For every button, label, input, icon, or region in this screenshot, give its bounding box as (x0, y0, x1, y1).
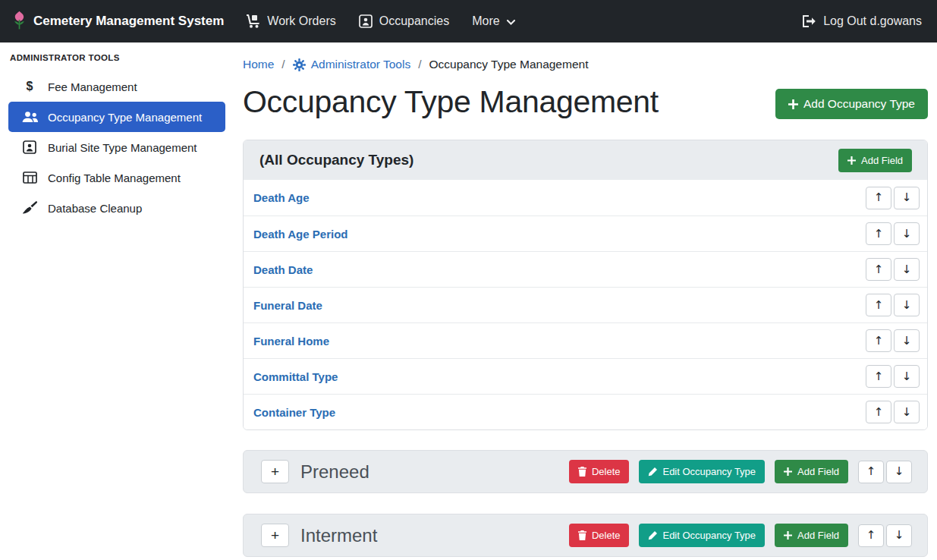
breadcrumb-current: Occupancy Type Management (429, 58, 589, 71)
move-down-button[interactable]: ↓ (894, 329, 920, 352)
field-link[interactable]: Death Age (253, 191, 310, 204)
person-frame-icon (21, 140, 38, 154)
nav-more[interactable]: More (461, 0, 526, 42)
move-down-button[interactable]: ↓ (894, 294, 920, 316)
field-link[interactable]: Funeral Date (253, 299, 322, 312)
occupancy-type-name: Preneed (300, 461, 569, 483)
reorder-controls: ↑ ↓ (866, 365, 920, 388)
main-content: Home / Ad (234, 42, 937, 560)
table-icon (21, 171, 38, 184)
edit-occupancy-type-button[interactable]: Edit Occupancy Type (639, 524, 765, 547)
expand-button[interactable]: + (261, 524, 289, 547)
delete-button[interactable]: Delete (569, 524, 630, 547)
pencil-icon (648, 531, 657, 540)
breadcrumb: Home / Ad (243, 55, 928, 74)
move-up-button[interactable]: ↑ (858, 524, 884, 547)
sidebar-header: ADMINISTRATOR TOOLS (8, 52, 225, 71)
arrow-down-icon: ↓ (902, 228, 912, 240)
reorder-controls: ↑ ↓ (858, 524, 912, 547)
field-link[interactable]: Death Age Period (253, 228, 347, 241)
move-down-button[interactable]: ↓ (894, 401, 920, 423)
delete-button[interactable]: Delete (569, 460, 630, 483)
add-field-button-label: Add Field (797, 466, 839, 477)
move-up-button[interactable]: ↑ (866, 401, 891, 423)
move-up-button[interactable]: ↑ (866, 258, 891, 281)
sidebar-item-database-cleanup[interactable]: Database Cleanup (8, 193, 225, 223)
reorder-controls: ↑ ↓ (866, 401, 920, 423)
field-row: Funeral Home ↑ ↓ (244, 322, 927, 358)
occupancy-type-name: Interment (300, 525, 569, 546)
add-field-button[interactable]: Add Field (775, 460, 848, 483)
plus-icon (784, 531, 792, 540)
breadcrumb-separator: / (418, 58, 421, 71)
arrow-down-icon: ↓ (902, 335, 912, 347)
move-down-button[interactable]: ↓ (894, 222, 920, 245)
all-occupancy-types-title: (All Occupancy Types) (259, 152, 413, 168)
all-occupancy-types-header: (All Occupancy Types) Add Field (244, 140, 927, 180)
logout-link[interactable]: Log Out d.gowans (791, 0, 925, 42)
arrow-down-icon: ↓ (902, 192, 912, 203)
app-brand[interactable]: Cemetery Management System (12, 10, 224, 33)
arrow-up-icon: ↑ (874, 407, 884, 418)
sidebar-item-label: Config Table Management (48, 171, 181, 184)
arrow-up-icon: ↑ (874, 192, 884, 203)
arrow-up-icon: ↑ (866, 466, 876, 477)
nav-work-orders-label: Work Orders (267, 14, 335, 28)
reorder-controls: ↑ ↓ (866, 329, 920, 352)
field-link[interactable]: Death Date (253, 263, 313, 276)
add-field-button[interactable]: Add Field (838, 149, 912, 172)
sidebar-item-fee-management[interactable]: $ Fee Management (8, 71, 225, 102)
logout-label: Log Out d.gowans (823, 14, 922, 28)
field-link[interactable]: Committal Type (253, 370, 338, 383)
reorder-controls: ↑ ↓ (858, 461, 912, 483)
move-down-button[interactable]: ↓ (894, 258, 920, 281)
move-up-button[interactable]: ↑ (866, 365, 891, 388)
move-up-button[interactable]: ↑ (866, 329, 891, 352)
move-up-button[interactable]: ↑ (858, 461, 884, 483)
type-cards: + Preneed Delete Edit Occupancy Type Add… (243, 450, 928, 557)
move-up-button[interactable]: ↑ (866, 187, 891, 209)
sidebar-item-label: Fee Management (48, 80, 137, 93)
sidebar-item-config-table-management[interactable]: Config Table Management (8, 162, 225, 193)
field-row: Committal Type ↑ ↓ (244, 358, 927, 394)
arrow-up-icon: ↑ (874, 371, 884, 382)
nav-more-label: More (472, 14, 499, 28)
breadcrumb-admin-tools[interactable]: Administrator Tools (293, 58, 411, 71)
add-occupancy-type-label: Add Occupancy Type (803, 97, 915, 111)
move-down-button[interactable]: ↓ (894, 187, 920, 209)
add-occupancy-type-button[interactable]: Add Occupancy Type (775, 89, 928, 119)
arrow-up-icon: ↑ (866, 530, 876, 541)
move-down-button[interactable]: ↓ (886, 524, 912, 547)
occupancy-type-actions: Delete Edit Occupancy Type Add Field ↑ ↓ (569, 524, 912, 547)
nav-occupancies[interactable]: Occupancies (347, 0, 461, 42)
move-down-button[interactable]: ↓ (894, 365, 920, 388)
edit-occupancy-type-button[interactable]: Edit Occupancy Type (639, 460, 765, 483)
trash-icon (578, 530, 586, 540)
expand-button[interactable]: + (261, 460, 289, 483)
field-link[interactable]: Container Type (253, 406, 335, 419)
arrow-down-icon: ↓ (895, 466, 904, 477)
sidebar-item-occupancy-type-management[interactable]: Occupancy Type Management (8, 102, 225, 132)
move-up-button[interactable]: ↑ (866, 294, 891, 316)
plus-icon (784, 467, 792, 476)
reorder-controls: ↑ ↓ (866, 258, 920, 281)
arrow-up-icon: ↑ (874, 264, 884, 275)
pencil-icon (648, 467, 657, 477)
sidebar-item-label: Occupancy Type Management (48, 111, 202, 124)
add-field-button[interactable]: Add Field (775, 524, 848, 547)
primary-nav: Work Orders Occupancies More (234, 0, 526, 42)
gear-icon (293, 58, 306, 71)
page-layout: ADMINISTRATOR TOOLS $ Fee Management Occ… (0, 42, 937, 560)
sidebar-item-burial-site-type-management[interactable]: Burial Site Type Management (8, 132, 225, 162)
all-occupancy-types-card: (All Occupancy Types) Add Field Death Ag… (243, 140, 928, 430)
breadcrumb-home[interactable]: Home (243, 58, 274, 71)
edit-button-label: Edit Occupancy Type (662, 530, 756, 541)
add-field-label: Add Field (861, 155, 903, 166)
plus-icon (788, 99, 798, 109)
nav-work-orders[interactable]: Work Orders (234, 0, 347, 42)
field-row: Funeral Date ↑ ↓ (244, 287, 927, 322)
move-up-button[interactable]: ↑ (866, 222, 891, 245)
move-down-button[interactable]: ↓ (886, 461, 912, 483)
field-link[interactable]: Funeral Home (253, 335, 329, 348)
field-row: Death Date ↑ ↓ (244, 251, 927, 287)
